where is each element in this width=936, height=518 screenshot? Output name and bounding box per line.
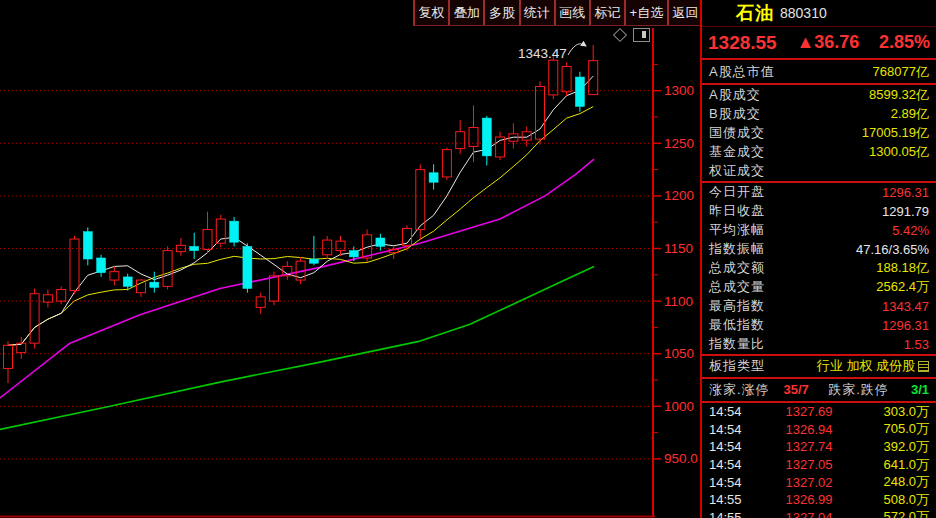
y-axis-label: 1200 <box>664 188 694 203</box>
constituents-grid-icon[interactable] <box>918 361 929 372</box>
toolbar-button-3[interactable]: 多股 <box>485 0 520 25</box>
stat-row: 昨日收盘1291.79 <box>702 202 936 221</box>
toolbar-button-4[interactable]: 统计 <box>521 0 556 25</box>
toolbar-button-7[interactable]: +自选 <box>626 0 669 25</box>
stat-value: 17005.19亿 <box>862 124 929 142</box>
stat-row: B股成交2.89亿 <box>702 104 936 123</box>
stat-label: 基金成交 <box>709 143 765 161</box>
price-change-pct: 2.85% <box>879 32 930 53</box>
toolbar-button-5[interactable]: 画线 <box>556 0 591 25</box>
stat-value: 1296.31 <box>882 318 929 333</box>
high-annotation: 1343.47 <box>518 46 567 61</box>
tick-time: 14:54 <box>709 422 767 437</box>
tick-volume: 303.0万 <box>851 403 929 421</box>
tick-volume: 572.0万 <box>851 508 929 518</box>
tick-price: 1327.69 <box>767 404 851 419</box>
turnover-section: A股成交8599.32亿B股成交2.89亿国债成交17005.19亿基金成交13… <box>702 85 936 181</box>
stat-row: 总成交量2562.4万 <box>702 278 936 297</box>
stat-label: 最低指数 <box>709 316 765 334</box>
tick-price: 1326.99 <box>767 492 851 507</box>
stat-value: 188.18亿 <box>876 259 929 277</box>
stat-row: 权证成交 <box>702 162 936 181</box>
y-axis-label: 1100 <box>664 294 693 309</box>
stat-row: 国债成交17005.19亿 <box>702 123 936 142</box>
tick-row: 14:541327.69303.0万 <box>702 403 936 421</box>
market-cap-section: A股总市值768077亿 <box>702 60 936 83</box>
toolbar-button-2[interactable]: 叠加 <box>450 0 485 25</box>
tick-row: 14:551327.04572.0万 <box>702 509 936 518</box>
y-axis-label: 1050 <box>664 346 694 361</box>
stat-value: 1300.05亿 <box>869 143 929 161</box>
tick-time: 14:54 <box>709 439 767 454</box>
y-axis-label: 1250 <box>664 136 694 151</box>
stat-label: 最高指数 <box>709 297 765 315</box>
tick-time: 14:55 <box>709 510 767 518</box>
stat-label: 昨日收盘 <box>709 202 765 220</box>
board-type-value: 行业 加权 成份股 <box>817 357 915 375</box>
tick-price: 1327.74 <box>767 439 851 454</box>
advance-decline-row: 涨家.涨停 35/7 跌家.跌停 3/1 <box>702 379 936 401</box>
stock-name: 石油 <box>736 1 774 25</box>
stock-code: 880310 <box>780 5 827 21</box>
stock-app-window: { "toolbar": { "buttons": ["复权","叠加","多股… <box>0 0 936 518</box>
stat-label: 总成交量 <box>709 278 765 296</box>
kline-chart[interactable]: 1300125012001150110010501000950.01343.47 <box>0 0 700 518</box>
stat-value: 8599.32亿 <box>869 86 929 104</box>
stat-label: 指数量比 <box>709 335 765 353</box>
stat-row: 最低指数1296.31 <box>702 316 936 335</box>
stat-label: B股成交 <box>709 105 761 123</box>
tick-time: 14:55 <box>709 492 767 507</box>
stat-row: A股成交8599.32亿 <box>702 85 936 104</box>
stat-row: 今日开盘1296.31 <box>702 183 936 202</box>
tick-time: 14:54 <box>709 457 767 472</box>
y-axis-label: 1150 <box>664 241 693 256</box>
stat-row: 基金成交1300.05亿 <box>702 143 936 162</box>
tick-volume: 641.0万 <box>851 456 929 474</box>
price-change: ▲36.76 <box>796 32 859 53</box>
tick-price: 1326.94 <box>767 422 851 437</box>
tick-price: 1327.05 <box>767 457 851 472</box>
stat-value: 2.89亿 <box>891 105 929 123</box>
y-axis-label: 1000 <box>664 399 694 414</box>
last-price: 1328.55 <box>708 32 777 54</box>
tick-price: 1327.02 <box>767 475 851 490</box>
stat-row: 平均涨幅5.42% <box>702 221 936 240</box>
advancers-label: 涨家.涨停 <box>709 381 770 399</box>
tick-volume: 392.0万 <box>851 438 929 456</box>
stat-label: 国债成交 <box>709 124 765 142</box>
stat-row: A股总市值768077亿 <box>702 60 936 83</box>
stat-row: 指数振幅47.16/3.65% <box>702 240 936 259</box>
stat-row: 最高指数1343.47 <box>702 297 936 316</box>
toolbar-button-1[interactable]: 复权 <box>415 0 450 25</box>
advancers-value: 35/7 <box>783 382 808 397</box>
stat-label: A股总市值 <box>709 63 775 81</box>
stat-label: 权证成交 <box>709 162 765 180</box>
stat-label: 今日开盘 <box>709 183 765 201</box>
y-axis-label: 1300 <box>664 83 694 98</box>
stat-value: 5.42% <box>892 223 929 238</box>
tick-row: 14:541327.02248.0万 <box>702 473 936 491</box>
kline-chart-region[interactable]: 1300125012001150110010501000950.01343.47… <box>0 0 700 518</box>
toolbar-button-6[interactable]: 标记 <box>591 0 626 25</box>
stat-value: 1296.31 <box>882 185 929 200</box>
price-row: 1328.55 ▲36.76 2.85% <box>702 27 936 58</box>
toolbar-button-8[interactable]: 返回 <box>669 0 702 25</box>
stat-label: 总成交额 <box>709 259 765 277</box>
tick-row: 14:541327.05641.0万 <box>702 456 936 474</box>
stat-label: 指数振幅 <box>709 240 765 258</box>
tick-row: 14:541327.74392.0万 <box>702 438 936 456</box>
quote-panel: 石油 880310 1328.55 ▲36.76 2.85% A股总市值7680… <box>700 0 936 518</box>
decliners-label: 跌家.跌停 <box>828 381 889 399</box>
tick-list[interactable]: 14:541327.69303.0万14:541326.94705.0万14:5… <box>702 403 936 518</box>
stat-label: A股成交 <box>709 86 761 104</box>
today-stats-section: 今日开盘1296.31昨日收盘1291.79平均涨幅5.42%指数振幅47.16… <box>702 183 936 354</box>
decliners-value: 3/1 <box>911 382 929 397</box>
tick-row: 14:551326.99508.0万 <box>702 491 936 509</box>
tick-time: 14:54 <box>709 475 767 490</box>
pane-layout-icon[interactable] <box>633 28 650 42</box>
diamond-marker-icon[interactable] <box>613 28 627 42</box>
tick-volume: 248.0万 <box>851 473 929 491</box>
y-axis-label: 950.0 <box>664 451 698 466</box>
tick-time: 14:54 <box>709 404 767 419</box>
tick-volume: 508.0万 <box>851 491 929 509</box>
